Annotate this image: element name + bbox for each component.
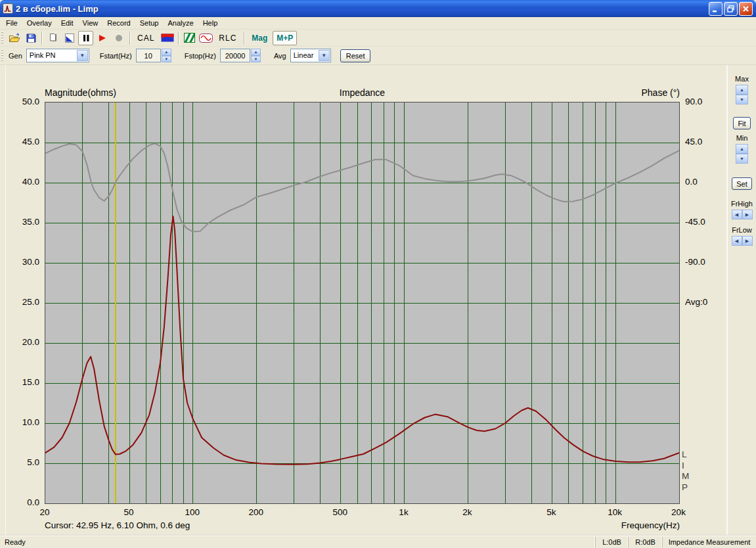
rlc-button[interactable]: RLC bbox=[215, 31, 240, 45]
signal-generator-button[interactable] bbox=[198, 31, 213, 45]
record-icon bbox=[114, 34, 123, 43]
calibrate-button[interactable]: CAL bbox=[133, 31, 158, 45]
scale-control-strip: Max ▲ ▼ Fit Min ▲ ▼ Set FrHigh ◀ ▶ FrLow… bbox=[726, 65, 756, 535]
play-button[interactable] bbox=[95, 31, 110, 45]
frequency-tick-label: 200 bbox=[248, 507, 263, 517]
phase-tick-label: -90.0 bbox=[685, 257, 705, 267]
minimize-button[interactable] bbox=[709, 2, 723, 16]
fstop-input[interactable]: 20000 bbox=[220, 49, 250, 62]
min-label: Min bbox=[736, 134, 748, 142]
frequency-tick-label: 10k bbox=[608, 507, 622, 517]
right-level-indicator: R:0dB bbox=[628, 537, 662, 547]
spin-up-icon[interactable]: ▲ bbox=[251, 49, 261, 56]
measurement-toolbar: Gen Pink PN ▼ Fstart(Hz) 10 ▲ ▼ Fstop(Hz… bbox=[0, 47, 756, 65]
magnitude-tick-label: 20.0 bbox=[0, 337, 39, 347]
spin-down-icon[interactable]: ▼ bbox=[251, 56, 261, 63]
menubar: File Overlay Edit View Record Setup Anal… bbox=[0, 17, 756, 30]
min-stepper: ▲ ▼ bbox=[736, 144, 748, 164]
save-button[interactable] bbox=[23, 31, 38, 45]
frlow-stepper: ◀ ▶ bbox=[732, 236, 753, 246]
mode-indicator: Impedance Measurement bbox=[662, 537, 756, 547]
impedance-plot[interactable] bbox=[45, 102, 680, 504]
red-blue-flag-icon bbox=[161, 34, 174, 42]
spin-right-icon[interactable]: ▶ bbox=[742, 210, 753, 219]
copy-icon bbox=[48, 33, 58, 43]
menu-setup[interactable]: Setup bbox=[135, 18, 164, 29]
magnitude-tick-label: 50.0 bbox=[0, 97, 39, 106]
app-icon bbox=[3, 3, 13, 14]
spin-right-icon[interactable]: ▶ bbox=[742, 236, 753, 246]
magnitude-tick-label: 30.0 bbox=[0, 257, 39, 267]
spin-down-icon[interactable]: ▼ bbox=[736, 95, 748, 104]
window-controls bbox=[709, 2, 753, 16]
menu-overlay[interactable]: Overlay bbox=[22, 18, 56, 29]
pause-button[interactable] bbox=[78, 31, 93, 45]
magnitude-tick-label: 25.0 bbox=[0, 297, 39, 307]
magnitude-phase-view-button[interactable]: M+P bbox=[273, 31, 297, 45]
magnitude-tick-label: 35.0 bbox=[0, 217, 39, 227]
open-file-button[interactable] bbox=[7, 31, 22, 45]
calibration-device-button[interactable] bbox=[160, 31, 175, 45]
spin-down-icon[interactable]: ▼ bbox=[736, 154, 748, 164]
magnitude-tick-label: 5.0 bbox=[0, 457, 39, 467]
color-triangle-icon bbox=[64, 33, 75, 43]
menu-file[interactable]: File bbox=[1, 18, 22, 29]
frhigh-label: FrHigh bbox=[731, 200, 753, 208]
avg-label: Avg bbox=[274, 52, 286, 60]
averaging-select[interactable]: Linear ▼ bbox=[290, 49, 331, 62]
set-button[interactable]: Set bbox=[732, 177, 752, 190]
sine-wave-icon bbox=[199, 34, 213, 43]
right-axis-title: Phase (°) bbox=[45, 87, 680, 98]
max-label: Max bbox=[735, 75, 749, 83]
fstart-input[interactable]: 10 bbox=[136, 49, 161, 62]
fstart-stepper: ▲ ▼ bbox=[162, 49, 171, 62]
window-title: 2 в сборе.lim - Limp bbox=[16, 4, 709, 14]
menu-record[interactable]: Record bbox=[102, 18, 135, 29]
open-folder-icon bbox=[9, 33, 20, 43]
phase-tick-label: -45.0 bbox=[685, 217, 705, 227]
phase-tick-label: 90.0 bbox=[685, 97, 702, 106]
gen-label: Gen bbox=[9, 52, 22, 60]
spin-up-icon[interactable]: ▲ bbox=[162, 49, 171, 56]
averaging-value: Linear bbox=[291, 49, 318, 62]
spin-left-icon[interactable]: ◀ bbox=[732, 236, 742, 246]
close-button[interactable] bbox=[739, 2, 753, 16]
fit-button[interactable]: Fit bbox=[733, 117, 750, 129]
menu-analyze[interactable]: Analyze bbox=[163, 18, 198, 29]
spin-up-icon[interactable]: ▲ bbox=[736, 85, 748, 95]
pause-icon bbox=[81, 34, 91, 43]
frequency-tick-label: 2k bbox=[462, 507, 472, 517]
chevron-down-icon[interactable]: ▼ bbox=[77, 50, 88, 61]
restore-button[interactable] bbox=[724, 2, 738, 16]
frhigh-stepper: ◀ ▶ bbox=[732, 210, 753, 219]
avg-count-label: Avg:0 bbox=[685, 297, 707, 307]
x-axis-title: Frequency(Hz) bbox=[45, 520, 680, 530]
magnitude-tick-label: 40.0 bbox=[0, 177, 39, 187]
menu-view[interactable]: View bbox=[78, 18, 103, 29]
toolbar-grip[interactable] bbox=[1, 32, 3, 45]
menu-help[interactable]: Help bbox=[198, 18, 223, 29]
chevron-down-icon[interactable]: ▼ bbox=[319, 50, 330, 61]
spin-up-icon[interactable]: ▲ bbox=[736, 144, 748, 154]
toolbar-separator bbox=[129, 32, 130, 45]
spin-left-icon[interactable]: ◀ bbox=[732, 210, 742, 219]
reset-button[interactable]: Reset bbox=[340, 49, 371, 62]
toolbar-separator bbox=[178, 32, 179, 45]
record-button[interactable] bbox=[111, 31, 126, 45]
statusbar: Ready L:0dB R:0dB Impedance Measurement bbox=[0, 535, 756, 548]
fstop-label: Fstop(Hz) bbox=[185, 52, 216, 60]
green-stripes-icon bbox=[184, 33, 195, 43]
toolbar-separator bbox=[244, 32, 244, 45]
copy-button[interactable] bbox=[45, 31, 60, 45]
spin-down-icon[interactable]: ▼ bbox=[162, 56, 171, 63]
spectrum-button[interactable] bbox=[182, 31, 197, 45]
toolbar-separator bbox=[41, 32, 42, 45]
magnitude-view-button[interactable]: Mag bbox=[248, 31, 271, 45]
toolbar-grip[interactable] bbox=[1, 49, 3, 62]
fstart-label: Fstart(Hz) bbox=[100, 52, 132, 60]
frequency-tick-label: 20k bbox=[671, 507, 686, 517]
generator-select[interactable]: Pink PN ▼ bbox=[26, 49, 89, 62]
overlay-color-button[interactable] bbox=[62, 31, 77, 45]
fstop-stepper: ▲ ▼ bbox=[251, 49, 261, 62]
menu-edit[interactable]: Edit bbox=[56, 18, 78, 29]
